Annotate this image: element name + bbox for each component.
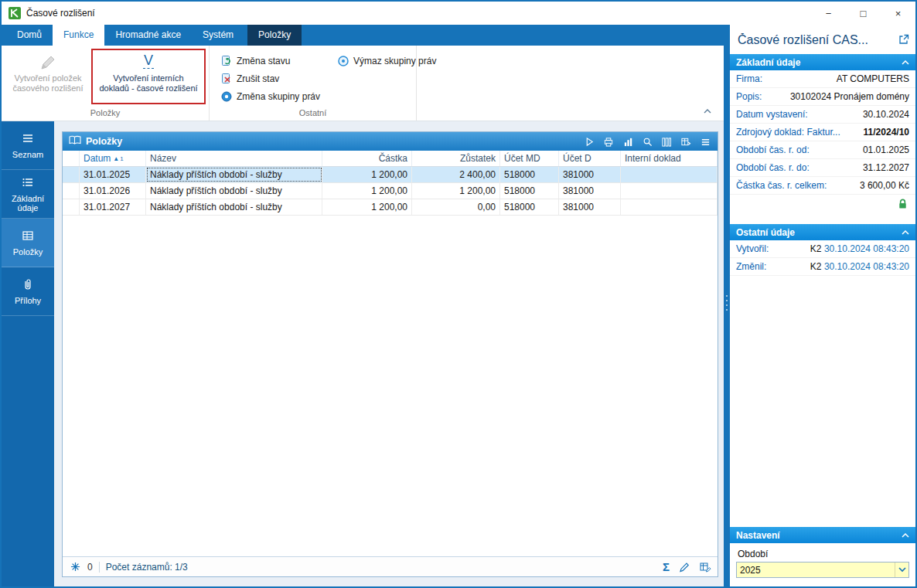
column-header-ucet-d[interactable]: Účet D — [559, 151, 621, 166]
zrusit-stav-icon — [220, 73, 233, 85]
cell-interni-doklad[interactable] — [621, 183, 718, 199]
field-value: 30.10.2024 — [863, 109, 909, 120]
create-docs-label-line1: Vytvoření interních — [113, 73, 183, 83]
chart-icon[interactable] — [622, 136, 634, 148]
period-combobox[interactable] — [736, 562, 909, 578]
table-row[interactable]: 31.01.2026 Náklady příštích období - slu… — [63, 183, 718, 199]
panel-splitter[interactable] — [724, 25, 730, 586]
field-label: Vytvořil: — [736, 243, 769, 254]
detail-panel: Časové rozlišení CAS... Základní údaje F… — [730, 25, 915, 586]
field-user: K2 — [810, 243, 822, 254]
zmena-stavu-button[interactable]: Změna stavu — [217, 52, 323, 70]
column-header-selector[interactable] — [63, 151, 80, 166]
group-label-polozky: Položky — [5, 107, 206, 119]
section-header-zakladni-udaje[interactable]: Základní údaje — [730, 54, 915, 70]
cell-datum[interactable]: 31.01.2025 — [80, 167, 146, 182]
zmena-skupiny-prav-button[interactable]: Změna skupiny práv — [217, 87, 323, 105]
row-selector[interactable] — [63, 183, 80, 199]
section-header-nastaveni[interactable]: Nastavení — [730, 527, 915, 543]
titlebar: Časové rozlišení − □ × — [2, 2, 915, 25]
zrusit-stav-label: Zrušit stav — [237, 73, 279, 84]
open-external-icon[interactable] — [898, 34, 909, 47]
cell-castka[interactable]: 1 200,00 — [322, 199, 412, 215]
cell-castka[interactable]: 1 200,00 — [322, 167, 412, 182]
row-selector[interactable] — [63, 199, 80, 215]
column-header-datum[interactable]: Datum ▲1 — [80, 151, 146, 166]
grid-edit-icon[interactable] — [699, 561, 711, 573]
cell-ucet-d[interactable]: 381000 — [559, 199, 621, 215]
cell-datum[interactable]: 31.01.2027 — [80, 199, 146, 215]
column-header-castka[interactable]: Částka — [322, 151, 412, 166]
tab-domu[interactable]: Domů — [6, 25, 53, 46]
sidebar-item-prilohy[interactable]: Přílohy — [2, 267, 54, 316]
cell-ucet-md[interactable]: 518000 — [500, 167, 559, 182]
column-header-zustatek[interactable]: Zůstatek — [412, 151, 500, 166]
content-area: Položky — [54, 121, 724, 586]
table-row[interactable]: 31.01.2027 Náklady příštích období - slu… — [63, 199, 718, 216]
menu-icon[interactable] — [699, 136, 711, 148]
cell-interni-doklad[interactable] — [621, 167, 718, 182]
field-value: 30102024 Pronájem domény — [790, 91, 909, 102]
create-internal-docs-button[interactable]: V Vytvoření interních dokladů - časové r… — [91, 49, 206, 104]
splitter-grip[interactable] — [726, 295, 728, 311]
chevron-up-icon — [902, 533, 909, 538]
app-logo-icon — [9, 7, 21, 19]
sidebar-item-polozky[interactable]: Položky — [2, 219, 54, 267]
flag-count: 0 — [87, 562, 93, 573]
edit-pencil-icon[interactable] — [678, 561, 690, 573]
run-icon[interactable] — [583, 136, 595, 148]
column-header-nazev[interactable]: Název — [146, 151, 322, 166]
sidebar-item-prilohy-label: Přílohy — [15, 296, 41, 305]
field-timestamp: 30.10.2024 08:43:20 — [824, 261, 909, 272]
ribbon-tab-bar: Domů Funkce Hromadné akce Systém Položky — [2, 25, 724, 46]
cell-nazev[interactable]: Náklady příštích období - služby — [146, 199, 322, 215]
sum-icon[interactable]: Σ — [663, 561, 670, 573]
table-row[interactable]: 31.01.2025 Náklady příštích období - slu… — [63, 167, 718, 183]
columns-icon[interactable] — [660, 136, 673, 148]
sidebar-item-seznam[interactable]: Seznam — [2, 121, 54, 170]
side-nav: Seznam Základní údaje Položky — [2, 121, 54, 586]
column-header-interni-doklad[interactable]: Interní doklad — [621, 151, 718, 166]
close-button[interactable]: × — [881, 2, 915, 25]
section-title: Základní údaje — [736, 57, 800, 68]
cell-datum[interactable]: 31.01.2026 — [80, 183, 146, 199]
tab-system[interactable]: Systém — [192, 25, 244, 46]
cell-zustatek[interactable]: 0,00 — [412, 199, 500, 215]
period-input[interactable] — [737, 565, 895, 576]
cell-ucet-md[interactable]: 518000 — [500, 183, 559, 199]
flag-asterisk-icon[interactable] — [69, 561, 81, 573]
cell-ucet-md[interactable]: 518000 — [500, 199, 559, 215]
section-header-ostatni-udaje[interactable]: Ostatní údaje — [730, 224, 915, 240]
cell-nazev[interactable]: Náklady příštích období - služby — [146, 183, 322, 199]
sidebar-item-zakladni-udaje[interactable]: Základní údaje — [2, 170, 54, 219]
field-popis: Popis: 30102024 Pronájem domény — [730, 88, 915, 106]
cell-ucet-d[interactable]: 381000 — [559, 183, 621, 199]
cell-zustatek[interactable]: 1 200,00 — [412, 183, 500, 199]
chevron-down-icon[interactable] — [895, 563, 908, 577]
grid-toolbar — [583, 136, 711, 148]
field-label: Změnil: — [736, 261, 766, 272]
maximize-button[interactable]: □ — [846, 2, 881, 25]
cell-zustatek[interactable]: 2 400,00 — [412, 167, 500, 182]
cell-castka[interactable]: 1 200,00 — [322, 183, 412, 199]
cell-nazev[interactable]: Náklady příštích období - služby — [146, 167, 322, 182]
field-label: Částka čas. r. celkem: — [736, 180, 827, 191]
minimize-button[interactable]: − — [811, 2, 846, 25]
ribbon-collapse-button[interactable] — [701, 106, 714, 117]
field-zdrojovy-doklad[interactable]: Zdrojový doklad: Faktur... 11/2024/10 — [730, 124, 915, 141]
tab-funkce[interactable]: Funkce — [53, 25, 104, 46]
zrusit-stav-button[interactable]: Zrušit stav — [217, 70, 323, 87]
field-timestamp: 30.10.2024 08:43:20 — [824, 243, 909, 254]
print-icon[interactable] — [602, 136, 615, 148]
row-selector[interactable] — [63, 167, 80, 182]
field-value: 01.01.2025 — [863, 144, 909, 155]
column-header-ucet-md[interactable]: Účet MD — [500, 151, 559, 166]
field-label: Zdrojový doklad: Faktur... — [736, 127, 840, 138]
cell-interni-doklad[interactable] — [621, 199, 718, 215]
search-icon[interactable] — [641, 136, 653, 148]
cell-ucet-d[interactable]: 381000 — [559, 167, 621, 182]
tab-polozky[interactable]: Položky — [247, 25, 302, 46]
table-export-icon[interactable] — [680, 136, 692, 148]
vymaz-skupiny-prav-button[interactable]: Výmaz skupiny práv — [334, 52, 439, 70]
tab-hromadne-akce[interactable]: Hromadné akce — [104, 25, 192, 46]
